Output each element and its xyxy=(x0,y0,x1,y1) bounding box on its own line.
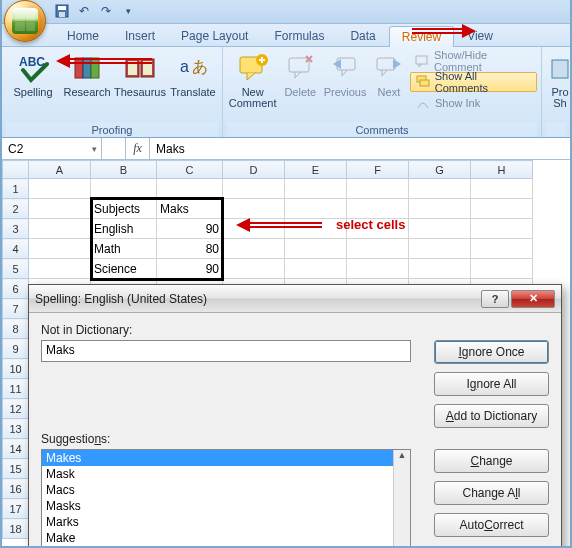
row-13[interactable]: 13 xyxy=(3,419,29,439)
tab-home[interactable]: Home xyxy=(54,25,112,46)
add-to-dictionary-button[interactable]: Add to Dictionary xyxy=(434,404,549,428)
thesaurus-button[interactable]: Thesaurus xyxy=(114,49,166,119)
change-button[interactable]: Change xyxy=(434,449,549,473)
col-C[interactable]: C xyxy=(157,161,223,179)
row-5[interactable]: 5 xyxy=(3,259,29,279)
research-label: Research xyxy=(63,86,110,98)
name-box[interactable]: C2 xyxy=(2,138,102,159)
show-all-comments-button[interactable]: Show All Comments xyxy=(410,72,537,92)
row-12[interactable]: 12 xyxy=(3,399,29,419)
tab-page-layout[interactable]: Page Layout xyxy=(168,25,261,46)
row-4[interactable]: 4 xyxy=(3,239,29,259)
row-17[interactable]: 17 xyxy=(3,499,29,519)
comment-options: Show/Hide Comment Show All Comments Show… xyxy=(410,49,537,113)
row-11[interactable]: 11 xyxy=(3,379,29,399)
col-F[interactable]: F xyxy=(347,161,409,179)
row-6[interactable]: 6 xyxy=(3,279,29,299)
research-icon xyxy=(71,52,103,84)
cell-B4[interactable]: Math xyxy=(91,239,157,259)
row-8[interactable]: 8 xyxy=(3,319,29,339)
row-16[interactable]: 16 xyxy=(3,479,29,499)
change-all-button[interactable]: Change All xyxy=(434,481,549,505)
previous-comment-button[interactable]: Previous xyxy=(322,49,368,119)
tab-formulas[interactable]: Formulas xyxy=(261,25,337,46)
svg-rect-1 xyxy=(58,6,66,10)
show-ink-button[interactable]: Show Ink xyxy=(410,93,537,113)
svg-rect-18 xyxy=(416,56,427,64)
ignore-all-button[interactable]: Ignore All xyxy=(434,372,549,396)
dialog-title-bar[interactable]: Spelling: English (United States) ? ✕ xyxy=(29,285,561,313)
suggestions-listbox[interactable]: Makes Mask Macs Masks Marks Make ▲▼ xyxy=(41,449,411,548)
suggestion-item[interactable]: Make xyxy=(42,530,410,546)
suggestion-item[interactable]: Makes xyxy=(42,450,410,466)
dialog-help-button[interactable]: ? xyxy=(481,290,509,308)
next-comment-button[interactable]: Next xyxy=(370,49,408,119)
tab-view[interactable]: View xyxy=(454,25,506,46)
select-all-corner[interactable] xyxy=(3,161,29,179)
row-3[interactable]: 3 xyxy=(3,219,29,239)
listbox-scrollbar[interactable]: ▲▼ xyxy=(393,450,410,548)
formula-value[interactable]: Maks xyxy=(150,138,570,159)
col-D[interactable]: D xyxy=(223,161,285,179)
fx-button[interactable]: fx xyxy=(126,138,150,159)
translate-button[interactable]: aあ Translate xyxy=(168,49,218,119)
cell-C4[interactable]: 80 xyxy=(157,239,223,259)
row-14[interactable]: 14 xyxy=(3,439,29,459)
cell-B3[interactable]: English xyxy=(91,219,157,239)
protect-l2: Sh xyxy=(553,97,566,109)
col-H[interactable]: H xyxy=(471,161,533,179)
autocorrect-button[interactable]: AutoCorrect xyxy=(434,513,549,537)
row-9[interactable]: 9 xyxy=(3,339,29,359)
comment-icon xyxy=(415,53,430,69)
show-hide-comment-button[interactable]: Show/Hide Comment xyxy=(410,51,537,71)
cell-B2[interactable]: Subjects xyxy=(91,199,157,219)
qat-more-icon[interactable]: ▾ xyxy=(120,3,136,19)
group-changes-partial: Pro Sh xyxy=(542,47,570,137)
suggestion-item[interactable]: Marks xyxy=(42,514,410,530)
spelling-icon: ABC xyxy=(17,52,49,84)
col-B[interactable]: B xyxy=(91,161,157,179)
research-button[interactable]: Research xyxy=(62,49,112,119)
previous-label: Previous xyxy=(324,86,367,98)
undo-icon[interactable]: ↶ xyxy=(76,3,92,19)
new-comment-l2: Comment xyxy=(229,97,277,109)
row-1[interactable]: 1 xyxy=(3,179,29,199)
col-E[interactable]: E xyxy=(285,161,347,179)
column-headers: A B C D E F G H xyxy=(3,161,533,179)
comments-icon xyxy=(415,74,431,90)
dialog-body: Not in Dictionary: Maks Ignore Once Igno… xyxy=(29,313,561,548)
row-10[interactable]: 10 xyxy=(3,359,29,379)
row-18[interactable]: 18 xyxy=(3,519,29,539)
thesaurus-icon xyxy=(124,52,156,84)
row-15[interactable]: 15 xyxy=(3,459,29,479)
row-2[interactable]: 2 xyxy=(3,199,29,219)
suggestion-item[interactable]: Mask xyxy=(42,466,410,482)
dialog-title: Spelling: English (United States) xyxy=(35,292,479,306)
suggestion-item[interactable]: Masks xyxy=(42,498,410,514)
dialog-close-button[interactable]: ✕ xyxy=(511,290,555,308)
tab-data[interactable]: Data xyxy=(337,25,388,46)
col-A[interactable]: A xyxy=(29,161,91,179)
save-icon[interactable] xyxy=(54,3,70,19)
cell-C2[interactable]: Maks xyxy=(157,199,223,219)
scroll-up-icon[interactable]: ▲ xyxy=(398,450,407,460)
delete-comment-button[interactable]: Delete xyxy=(280,49,320,119)
tab-insert[interactable]: Insert xyxy=(112,25,168,46)
suggestion-item[interactable]: Macs xyxy=(42,482,410,498)
tab-review[interactable]: Review xyxy=(389,26,454,47)
redo-icon[interactable]: ↷ xyxy=(98,3,114,19)
col-G[interactable]: G xyxy=(409,161,471,179)
new-comment-button[interactable]: New Comment xyxy=(227,49,278,119)
ignore-once-button[interactable]: Ignore Once xyxy=(434,340,549,364)
office-button[interactable] xyxy=(4,0,46,42)
group-comments: New Comment Delete Previous Next xyxy=(223,47,542,137)
not-in-dictionary-input[interactable]: Maks xyxy=(41,340,411,362)
quick-access-toolbar: ↶ ↷ ▾ xyxy=(54,3,136,19)
cell-B5[interactable]: Science xyxy=(91,259,157,279)
row-7[interactable]: 7 xyxy=(3,299,29,319)
protect-sheet-button[interactable]: Pro Sh xyxy=(546,49,570,119)
translate-label: Translate xyxy=(170,86,215,98)
spelling-button[interactable]: ABC Spelling xyxy=(6,49,60,119)
cell-C3[interactable]: 90 xyxy=(157,219,223,239)
cell-C5[interactable]: 90 xyxy=(157,259,223,279)
